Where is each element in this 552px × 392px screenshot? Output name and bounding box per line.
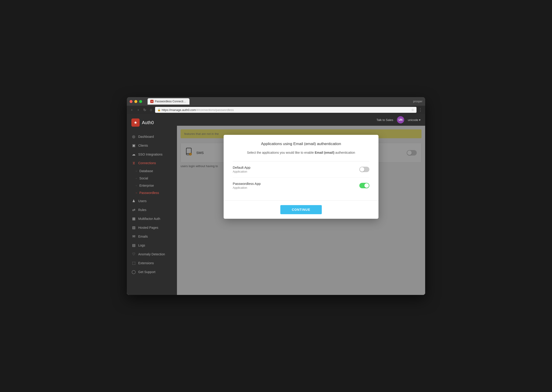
passwordless-app-type: Application — [233, 186, 261, 189]
user-name[interactable]: unicode ▾ — [408, 118, 421, 122]
browser-menu-button[interactable]: ⋮ — [418, 107, 422, 112]
url-path: /#/connections/passwordless — [196, 108, 234, 112]
sidebar-item-social[interactable]: → Social — [135, 175, 177, 182]
connections-icon: ⧖ — [131, 161, 136, 165]
passwordless-app-toggle[interactable] — [359, 183, 369, 188]
url-host: https://manage.auth0.com — [162, 108, 196, 112]
tab-favicon — [150, 100, 153, 103]
sidebar-item-extensions[interactable]: ⬚ Extensions — [127, 259, 177, 267]
modal-subtitle-suffix: authentication — [334, 151, 355, 154]
sub-item-label: Database — [139, 169, 153, 173]
app-row-default: Default App Application — [233, 161, 369, 178]
sidebar-item-database[interactable]: → Database — [135, 167, 177, 175]
sidebar: ★ Auth0 ◎ Dashboard ▣ Clients ☁ SSO Inte… — [127, 114, 177, 295]
bookmark-icon[interactable]: ☆ — [411, 108, 414, 112]
titlebar: Passwordless Connections prosper — [127, 97, 425, 106]
sidebar-item-rules[interactable]: ⇄ Rules — [127, 205, 177, 214]
sidebar-item-mfa[interactable]: ▦ Multifactor Auth — [127, 214, 177, 223]
sidebar-item-connections[interactable]: ⧖ Connections — [127, 159, 177, 167]
modal-overlay: Applications using Email (email) authent… — [177, 126, 425, 295]
sidebar-item-logs[interactable]: ▤ Logs — [127, 241, 177, 250]
sidebar-item-label: Anomaly Detection — [138, 252, 165, 256]
dropdown-icon: ▾ — [419, 118, 421, 122]
sub-item-label: Enterprise — [139, 184, 154, 187]
sidebar-item-label: Hosted Pages — [138, 226, 158, 229]
clients-icon: ▣ — [131, 143, 136, 147]
sidebar-item-anomaly[interactable]: ♡ Anomaly Detection — [127, 250, 177, 259]
modal-subtitle: Select the applications you would like t… — [233, 151, 369, 154]
arrow-icon: → — [135, 191, 138, 194]
emails-icon: ✉ — [131, 234, 136, 238]
dashboard-icon: ◎ — [131, 134, 136, 139]
sso-icon: ☁ — [131, 152, 136, 156]
sidebar-item-label: SSO Integrations — [138, 153, 163, 156]
modal-title: Applications using Email (email) authent… — [233, 142, 369, 146]
modal-subtitle-bold: Email (email) — [315, 151, 334, 154]
arrow-icon: → — [135, 170, 138, 172]
sidebar-item-label: Get Support — [138, 270, 156, 274]
sidebar-item-emails[interactable]: ✉ Emails — [127, 232, 177, 241]
browser-content: ★ Auth0 ◎ Dashboard ▣ Clients ☁ SSO Inte… — [127, 114, 425, 295]
default-app-name: Default App — [233, 166, 250, 169]
forward-button[interactable]: › — [136, 108, 140, 112]
sidebar-item-label: Emails — [138, 235, 148, 238]
sidebar-item-sso[interactable]: ☁ SSO Integrations — [127, 150, 177, 159]
url-text: https://manage.auth0.com/#/connections/p… — [162, 108, 234, 112]
sidebar-item-clients[interactable]: ▣ Clients — [127, 141, 177, 150]
browser-user-label: prosper — [413, 100, 422, 103]
modal-footer: CONTINUE — [224, 200, 378, 219]
sub-item-label: Social — [139, 176, 148, 180]
user-avatar: UN — [397, 116, 404, 124]
page-header: Talk to Sales UN unicode ▾ — [177, 114, 425, 126]
continue-button[interactable]: CONTINUE — [280, 205, 321, 214]
arrow-icon: → — [135, 184, 138, 187]
sidebar-item-label: Rules — [138, 208, 146, 212]
tab-bar: Passwordless Connections — [148, 98, 189, 105]
sidebar-item-passwordless[interactable]: → Passwordless — [135, 189, 177, 196]
connections-submenu: → Database → Social → Enterprise → Passw… — [127, 167, 177, 196]
active-tab[interactable]: Passwordless Connections — [148, 98, 189, 105]
modal-dialog: Applications using Email (email) authent… — [224, 135, 378, 219]
brand: ★ Auth0 — [127, 119, 177, 132]
brand-name: Auth0 — [142, 120, 154, 125]
passwordless-app-info: Passwordless App Application — [233, 182, 261, 189]
passwordless-app-name: Passwordless App — [233, 182, 261, 186]
sidebar-item-hosted-pages[interactable]: ▧ Hosted Pages — [127, 223, 177, 232]
back-button[interactable]: ‹ — [130, 108, 134, 112]
home-button[interactable]: ⌂ — [149, 108, 153, 112]
logs-icon: ▤ — [131, 243, 136, 247]
default-app-toggle[interactable] — [359, 167, 369, 172]
brand-logo: ★ — [131, 119, 140, 127]
sidebar-item-dashboard[interactable]: ◎ Dashboard — [127, 132, 177, 141]
tab-title: Passwordless Connections — [155, 100, 187, 103]
sidebar-item-enterprise[interactable]: → Enterprise — [135, 182, 177, 189]
passwordless-app-toggle-thumb — [364, 183, 369, 188]
minimize-button[interactable] — [134, 100, 137, 103]
app-row-passwordless: Passwordless App Application — [233, 178, 369, 194]
sub-item-label: Passwordless — [139, 191, 159, 195]
refresh-button[interactable]: ↻ — [142, 108, 147, 112]
close-button[interactable] — [130, 100, 132, 103]
talk-to-sales-link[interactable]: Talk to Sales — [377, 118, 393, 122]
arrow-icon: → — [135, 177, 138, 180]
rules-icon: ⇄ — [131, 208, 136, 212]
default-app-type: Application — [233, 170, 250, 173]
maximize-button[interactable] — [139, 100, 142, 103]
url-bar[interactable]: 🔒 https://manage.auth0.com/#/connections… — [155, 107, 416, 113]
users-icon: ♟ — [131, 199, 136, 203]
anomaly-icon: ♡ — [131, 252, 136, 256]
sidebar-item-label: Dashboard — [138, 135, 154, 139]
main-content: features that are not in the ! — [177, 126, 425, 295]
sidebar-item-support[interactable]: ◯ Get Support — [127, 267, 177, 276]
mfa-icon: ▦ — [131, 217, 136, 221]
default-app-info: Default App Application — [233, 166, 250, 173]
ssl-icon: 🔒 — [157, 108, 161, 112]
addressbar: ‹ › ↻ ⌂ 🔒 https://manage.auth0.com/#/con… — [127, 106, 425, 114]
sidebar-nav: ◎ Dashboard ▣ Clients ☁ SSO Integrations… — [127, 132, 177, 276]
sidebar-item-label: Connections — [138, 161, 156, 165]
support-icon: ◯ — [131, 270, 136, 274]
default-app-toggle-thumb — [360, 167, 364, 172]
sidebar-item-users[interactable]: ♟ Users — [127, 196, 177, 205]
hosted-pages-icon: ▧ — [131, 225, 136, 230]
sidebar-item-label: Multifactor Auth — [138, 217, 160, 221]
